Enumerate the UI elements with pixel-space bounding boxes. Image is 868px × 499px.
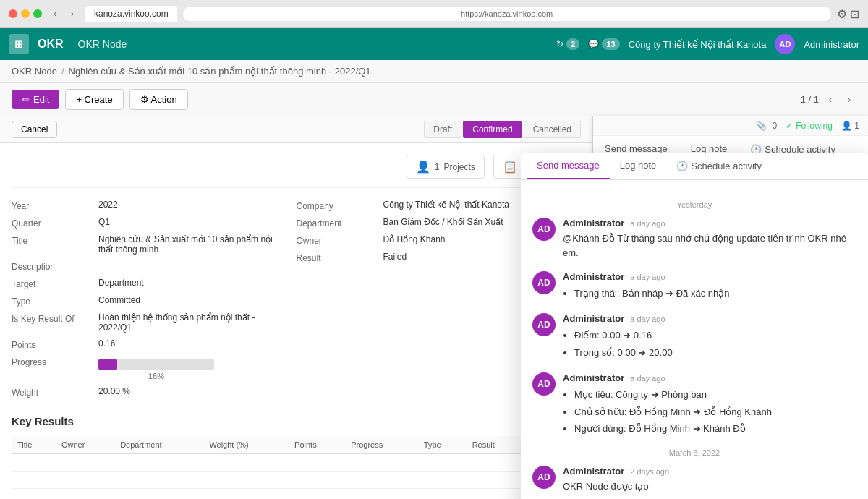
maximize-dot[interactable] [33, 9, 42, 18]
col-points: Points [289, 436, 345, 454]
close-dot[interactable] [9, 9, 17, 18]
message-2: AD Administrator a day ago Trạng thái: B… [532, 271, 856, 302]
form-body: 👤 1 Projects 📋 5 Project T... Year 2022 [0, 143, 592, 499]
field-target: Target Department [12, 278, 279, 289]
next-button[interactable]: › [842, 93, 856, 107]
field-description: Description [12, 260, 279, 272]
projects-icon: 👤 [416, 160, 430, 174]
msg-author-5: Administrator [563, 466, 624, 477]
card-tab-log-note[interactable]: Log note [610, 153, 667, 179]
field-points: Points 0.16 [12, 338, 279, 350]
field-points-label: Points [12, 338, 98, 350]
msg-author-3: Administrator [563, 313, 624, 324]
field-type-label: Type [12, 295, 98, 307]
create-label: + Create [76, 94, 112, 105]
table-header: Title Owner Department Weight (%) Points… [12, 436, 581, 454]
app-bar-right: ↻ 2 💬 13 Công ty Thiết kế Nội thất Kanot… [556, 34, 859, 54]
activity-badge[interactable]: ↻ 2 [556, 38, 579, 50]
field-target-label: Target [12, 278, 98, 289]
user-avatar[interactable]: AD [775, 34, 795, 54]
minimize-dot[interactable] [21, 9, 30, 18]
field-weight-value: 20.00 % [98, 386, 279, 396]
card-tab-schedule[interactable]: 🕐 Schedule activity [666, 153, 772, 179]
msg-avatar-2: AD [532, 271, 556, 294]
followers-count: 👤 1 [841, 121, 859, 131]
card-tab-send-message[interactable]: Send message [527, 153, 610, 179]
followers-number: 1 [854, 121, 859, 131]
field-weight: Weight 20.00 % [12, 386, 279, 398]
msg-author-1: Administrator [563, 218, 624, 229]
msg-content-1: Administrator a day ago @Khánh Đỗ Từ thá… [563, 218, 856, 260]
field-year: Year 2022 [12, 200, 279, 211]
field-quarter-value: Q1 [98, 217, 279, 227]
field-progress-value: 16% [98, 356, 279, 380]
chat-header-mini: 📎 0 ✓ Following 👤 1 [593, 116, 868, 136]
browser-tab[interactable]: kanoza.vinkoo.com [85, 6, 177, 22]
prev-button[interactable]: ‹ [823, 93, 838, 107]
msg-header-5: Administrator 2 days ago [563, 466, 856, 477]
msg-avatar-4: AD [532, 372, 556, 396]
edit-button[interactable]: ✏ Edit [12, 90, 59, 109]
msg-avatar-5: AD [532, 466, 556, 489]
following-button[interactable]: ✓ Following [786, 121, 833, 131]
status-tab-draft[interactable]: Draft [424, 121, 461, 138]
field-points-value: 0.16 [98, 338, 279, 349]
status-tabs: Draft Confirmed Cancelled [424, 121, 581, 138]
msg-author-4: Administrator [563, 372, 624, 383]
msg-list-item-b: Chủ sở hữu: Đỗ Hồng Minh ➜ Đỗ Hồng Khánh [574, 404, 856, 420]
msg-avatar-1: AD [532, 218, 556, 241]
msg-list-3: Điểm: 0.00 ➜ 0.16 Trọng số: 0.00 ➜ 20.00 [563, 327, 856, 361]
msg-time-4: a day ago [630, 374, 665, 383]
app-title: OKR [38, 38, 64, 51]
field-company-label: Company [297, 200, 383, 211]
browser-dots [9, 9, 42, 18]
user-icon: 👤 [841, 121, 852, 131]
forward-button[interactable]: › [65, 7, 80, 21]
company-name: Công ty Thiết kế Nội thất Kanota [629, 39, 767, 50]
message-4: AD Administrator a day ago Mục tiêu: Côn… [532, 372, 856, 437]
breadcrumb-root[interactable]: OKR Node [12, 66, 57, 77]
avatar-label: AD [779, 40, 791, 48]
address-bar[interactable]: https://kanoza.vinkoo.com [183, 7, 831, 21]
key-results-section: Key Results Title Owner Department Weigh… [12, 415, 581, 499]
pagination-text: 1 / 1 [801, 94, 819, 105]
status-tab-confirmed[interactable]: Confirmed [463, 121, 522, 138]
toolbar-right: 1 / 1 ‹ › [801, 93, 856, 107]
col-owner: Owner [56, 436, 114, 454]
projects-button[interactable]: 👤 1 Projects [407, 155, 485, 179]
table-body [12, 454, 581, 489]
field-weight-label: Weight [12, 386, 98, 398]
field-progress-label: Progress [12, 356, 98, 367]
attachment-count: 0 [773, 121, 778, 131]
back-button[interactable]: ‹ [48, 7, 62, 21]
msg-list-item-2: Trọng số: 0.00 ➜ 20.00 [574, 344, 856, 361]
clock-icon-2: 🕐 [676, 161, 688, 171]
msg-list-item: Trạng thái: Bản nháp ➜ Đã xác nhận [574, 285, 856, 302]
app-logo[interactable]: ⊞ [9, 34, 29, 54]
col-title: Title [12, 436, 56, 454]
breadcrumb: OKR Node / Nghiên cứu & Sản xuất mới 10 … [0, 60, 868, 83]
field-result-label: Result [297, 252, 383, 263]
status-tab-cancelled[interactable]: Cancelled [524, 121, 581, 138]
field-title: Title Nghiên cứu & Sản xuất mới 10 sản p… [12, 234, 279, 255]
msg-text-5: OKR Node được tạo [563, 479, 856, 494]
app-module[interactable]: OKR Node [78, 38, 127, 50]
edit-icon: ✏ [22, 94, 30, 105]
app-bar: ⊞ OKR OKR Node ↻ 2 💬 13 Công ty Thiết kế… [0, 28, 868, 60]
msg-time-5: 2 days ago [630, 467, 669, 476]
message-badge[interactable]: 💬 13 [588, 38, 619, 50]
col-result: Result [467, 436, 524, 454]
attachment-icon: 📎 [756, 121, 767, 131]
field-progress: Progress 16% [12, 356, 279, 380]
browser-actions: ⚙ ⊡ [837, 7, 859, 21]
cancel-button[interactable]: Cancel [12, 121, 57, 138]
form-section-left: Year 2022 Quarter Q1 Title Nghiên cứu & … [12, 200, 297, 404]
create-button[interactable]: + Create [65, 89, 123, 110]
edit-label: Edit [33, 94, 49, 105]
date-divider-yesterday: Yesterday [532, 200, 856, 209]
browser-chrome: ‹ › kanoza.vinkoo.com https://kanoza.vin… [0, 0, 868, 28]
msg-header-1: Administrator a day ago [563, 218, 856, 229]
action-button[interactable]: ⚙ Action [129, 89, 188, 110]
message-5: AD Administrator 2 days ago OKR Node đượ… [532, 466, 856, 494]
breadcrumb-current: Nghiên cứu & Sản xuất mới 10 sản phẩm nộ… [69, 66, 371, 77]
